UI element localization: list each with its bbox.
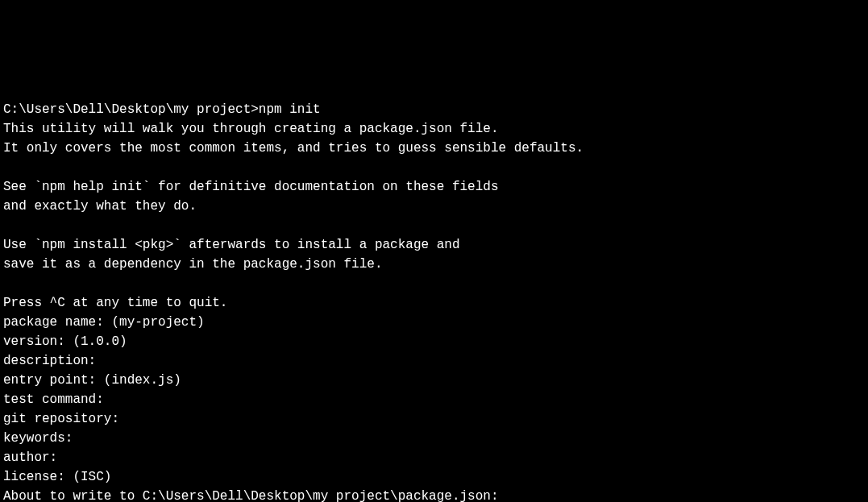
terminal-prompt-description: description: [3, 351, 865, 371]
terminal-prompt-line: C:\Users\Dell\Desktop\my project>npm ini… [3, 100, 865, 119]
terminal-line [3, 216, 865, 235]
terminal-prompt-package-name: package name: (my-project) [3, 313, 865, 332]
terminal-output[interactable]: C:\Users\Dell\Desktop\my project>npm ini… [3, 81, 865, 502]
terminal-line: save it as a dependency in the package.j… [3, 255, 865, 274]
terminal-prompt-author: author: [3, 448, 865, 467]
terminal-line: It only covers the most common items, an… [3, 139, 865, 158]
terminal-prompt-entry-point: entry point: (index.js) [3, 371, 865, 390]
terminal-prompt-version: version: (1.0.0) [3, 332, 865, 351]
terminal-line: Use `npm install <pkg>` afterwards to in… [3, 235, 865, 255]
terminal-prompt-license: license: (ISC) [3, 467, 865, 487]
terminal-prompt-test-command: test command: [3, 390, 865, 409]
terminal-line [3, 81, 865, 100]
terminal-prompt-keywords: keywords: [3, 429, 865, 448]
terminal-prompt-git-repository: git repository: [3, 409, 865, 429]
terminal-line: Press ^C at any time to quit. [3, 293, 865, 313]
terminal-line: About to write to C:\Users\Dell\Desktop\… [3, 487, 865, 502]
terminal-line [3, 274, 865, 293]
terminal-line: See `npm help init` for definitive docum… [3, 177, 865, 197]
terminal-line: and exactly what they do. [3, 197, 865, 216]
terminal-line [3, 158, 865, 177]
terminal-line: This utility will walk you through creat… [3, 119, 865, 139]
